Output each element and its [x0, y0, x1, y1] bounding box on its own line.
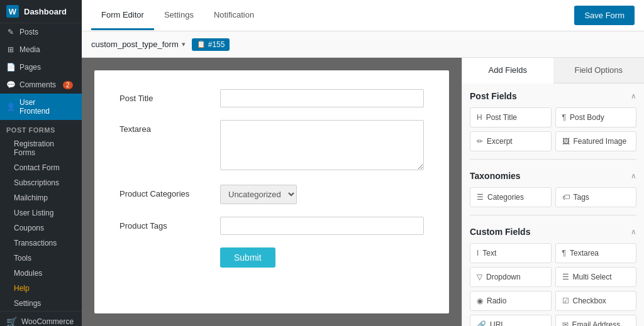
form-inner: Post Title Textarea — [94, 70, 449, 313]
custom-fields-title: Custom Fields — [470, 227, 530, 237]
post-fields-toggle[interactable]: ∧ — [631, 92, 636, 101]
field-btn-textarea[interactable]: ¶ Textarea — [555, 243, 637, 263]
url-btn-icon: 🔗 — [477, 320, 486, 326]
form-id-text: #155 — [208, 40, 225, 49]
field-btn-post-body[interactable]: ¶ Post Body — [555, 107, 637, 128]
textarea-input-wrapper — [220, 120, 424, 172]
form-name-display: custom_post_type_form ▾ — [91, 40, 186, 49]
post-fields-grid: H Post Title ¶ Post Body ✏ Excerpt 🖼 Fea… — [470, 107, 636, 151]
arrow-icon: ◄ — [65, 101, 75, 112]
post-title-field: Post Title — [119, 89, 424, 107]
tags-btn-icon: 🏷 — [562, 193, 570, 202]
post-fields-section: Post Fields ∧ H Post Title ¶ Post Body ✏… — [462, 84, 644, 171]
dropdown-btn-icon: ▽ — [477, 273, 482, 281]
field-btn-tags[interactable]: 🏷 Tags — [555, 187, 637, 207]
field-btn-featured-image[interactable]: 🖼 Featured Image — [555, 131, 637, 151]
sidebar: W Dashboard ✎ Posts ⊞ Media 📄 Pages 💬 Co… — [0, 0, 82, 326]
sidebar-subitem-user-listing[interactable]: User Listing — [0, 205, 82, 220]
save-form-button[interactable]: Save Form — [574, 6, 635, 25]
taxonomies-toggle[interactable]: ∧ — [631, 171, 636, 180]
panel-tab-add-fields[interactable]: Add Fields — [462, 58, 553, 84]
form-name-text: custom_post_type_form — [91, 40, 179, 49]
post-fields-title: Post Fields — [470, 91, 517, 101]
sidebar-subitem-settings[interactable]: Settings — [0, 296, 82, 311]
field-btn-excerpt[interactable]: ✏ Excerpt — [470, 131, 552, 151]
field-btn-email-address[interactable]: ✉ Email Address — [555, 315, 637, 326]
field-btn-post-title[interactable]: H Post Title — [470, 107, 552, 128]
topbar: Form Editor Settings Notification Save F… — [82, 0, 644, 31]
submit-button[interactable]: Submit — [220, 247, 275, 268]
form-id-badge: 📋 #155 — [192, 38, 230, 51]
sidebar-subitem-help[interactable]: Help — [0, 281, 82, 296]
sidebar-subitem-registration-forms[interactable]: Registration Forms — [0, 136, 82, 160]
comments-label: Comments — [19, 80, 56, 89]
media-icon: ⊞ — [6, 45, 15, 54]
subbar: custom_post_type_form ▾ 📋 #155 — [82, 31, 644, 58]
user-frontend-label: User Frontend — [19, 98, 61, 116]
multi-select-btn-icon: ☰ — [562, 273, 569, 281]
custom-fields-section: Custom Fields ∧ I Text ¶ Textarea ▽ Drop… — [462, 227, 644, 326]
product-tags-field: Product Tags — [119, 217, 424, 235]
field-btn-checkbox[interactable]: ☑ Checkbox — [555, 291, 637, 311]
sidebar-subitem-tools[interactable]: Tools — [0, 251, 82, 266]
woocommerce-section[interactable]: 🛒 WooCommerce — [0, 311, 82, 326]
product-tags-input[interactable] — [220, 217, 424, 235]
sidebar-subitem-modules[interactable]: Modules — [0, 266, 82, 281]
post-title-btn-icon: H — [477, 113, 482, 122]
categories-btn-icon: ☰ — [477, 193, 484, 202]
custom-fields-header: Custom Fields ∧ — [470, 227, 636, 237]
content-area: Post Title Textarea — [82, 58, 644, 326]
tab-form-editor[interactable]: Form Editor — [91, 1, 154, 30]
panel-tab-field-options[interactable]: Field Options — [553, 58, 645, 83]
sidebar-subitem-coupons[interactable]: Coupons — [0, 220, 82, 236]
sidebar-item-comments[interactable]: 💬 Comments 2 — [0, 76, 82, 94]
comments-badge: 2 — [63, 81, 73, 89]
taxonomies-header: Taxonomies ∧ — [470, 171, 636, 181]
product-categories-label: Product Categories — [119, 185, 220, 198]
product-tags-label: Product Tags — [119, 217, 220, 231]
field-btn-text[interactable]: I Text — [470, 243, 552, 263]
field-btn-url[interactable]: 🔗 URL — [470, 315, 552, 326]
media-label: Media — [19, 45, 40, 54]
taxonomies-title: Taxonomies — [470, 171, 521, 181]
sidebar-item-posts[interactable]: ✎ Posts — [0, 23, 82, 41]
sidebar-subitem-mailchimp[interactable]: Mailchimp — [0, 190, 82, 205]
post-title-input[interactable] — [220, 89, 424, 107]
user-frontend-icon: 👤 — [6, 102, 15, 111]
woo-icon: 🛒 — [6, 317, 17, 326]
sidebar-subitem-transactions[interactable]: Transactions — [0, 236, 82, 251]
textarea-input[interactable] — [220, 120, 424, 170]
sidebar-subitem-contact-form[interactable]: Contact Form — [0, 160, 82, 175]
textarea-label: Textarea — [119, 120, 220, 134]
textarea-field: Textarea — [119, 120, 424, 172]
right-panel: Add Fields Field Options Post Fields ∧ H… — [462, 58, 644, 326]
radio-btn-icon: ◉ — [477, 296, 483, 305]
sidebar-subitem-subscriptions[interactable]: Subscriptions — [0, 175, 82, 190]
sidebar-item-media[interactable]: ⊞ Media — [0, 41, 82, 58]
tab-settings[interactable]: Settings — [154, 1, 204, 30]
email-btn-icon: ✉ — [562, 320, 569, 326]
wp-logo: W — [6, 5, 19, 18]
featured-image-btn-icon: 🖼 — [562, 137, 570, 146]
tab-notification[interactable]: Notification — [204, 1, 264, 30]
custom-fields-grid: I Text ¶ Textarea ▽ Dropdown ☰ Multi Sel… — [470, 243, 636, 326]
checkbox-btn-icon: ☑ — [562, 296, 569, 305]
sidebar-item-pages[interactable]: 📄 Pages — [0, 58, 82, 76]
post-fields-header: Post Fields ∧ — [470, 91, 636, 101]
product-categories-field: Product Categories Uncategorized — [119, 185, 424, 204]
taxonomies-section: Taxonomies ∧ ☰ Categories 🏷 Tags — [462, 171, 644, 227]
field-btn-multi-select[interactable]: ☰ Multi Select — [555, 267, 637, 287]
textarea-btn-icon: ¶ — [562, 249, 566, 258]
form-name-dropdown-icon[interactable]: ▾ — [182, 40, 186, 48]
product-categories-select[interactable]: Uncategorized — [220, 185, 297, 204]
posts-icon: ✎ — [6, 28, 15, 36]
field-btn-dropdown[interactable]: ▽ Dropdown — [470, 267, 552, 287]
field-btn-categories[interactable]: ☰ Categories — [470, 187, 552, 207]
sidebar-item-user-frontend[interactable]: 👤 User Frontend ◄ — [0, 94, 82, 120]
post-title-label: Post Title — [119, 89, 220, 103]
text-btn-icon: I — [477, 249, 479, 258]
main-area: Form Editor Settings Notification Save F… — [82, 0, 644, 326]
custom-fields-toggle[interactable]: ∧ — [631, 227, 636, 236]
taxonomies-divider — [470, 215, 636, 215]
field-btn-radio[interactable]: ◉ Radio — [470, 291, 552, 311]
